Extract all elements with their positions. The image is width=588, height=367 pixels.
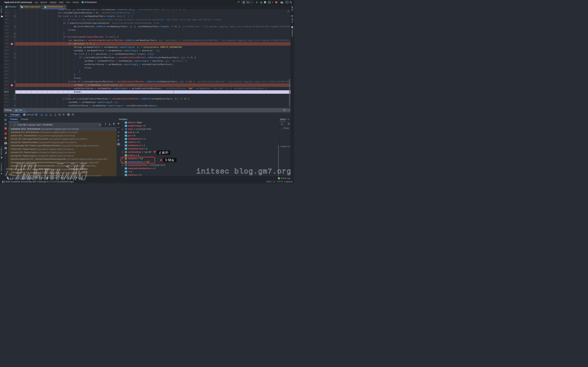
- svg-text:3: 3: [125, 129, 125, 130]
- svg-text:3: 3: [125, 166, 125, 166]
